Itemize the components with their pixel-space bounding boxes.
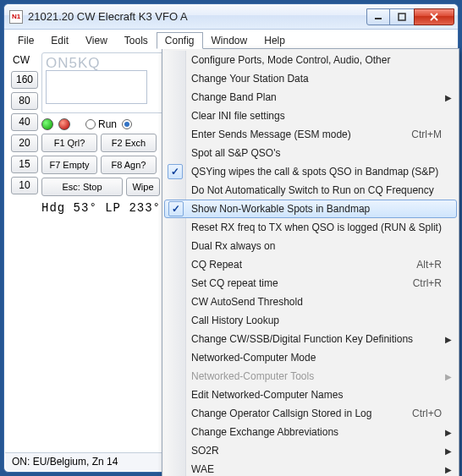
- config-menu-dropdown[interactable]: Configure Ports, Mode Control, Audio, Ot…: [162, 48, 459, 476]
- config-menu-item[interactable]: ✓QSYing wipes the call & spots QSO in Ba…: [164, 162, 457, 181]
- config-menu-item[interactable]: SO2R▶: [164, 441, 457, 460]
- callsign-input[interactable]: [46, 70, 147, 104]
- menu-item-label: Reset RX freq to TX when QSO is logged (…: [191, 222, 442, 233]
- window-controls: [367, 8, 454, 25]
- submenu-arrow-icon: ▶: [445, 335, 452, 344]
- menu-edit[interactable]: Edit: [42, 32, 77, 49]
- close-icon: [429, 13, 439, 21]
- menu-item-label: Change Your Station Data: [191, 73, 442, 85]
- fkey-f8[interactable]: F8 Agn?: [101, 156, 157, 174]
- menu-item-label: Call History Lookup: [191, 315, 442, 326]
- main-window: N1 21021.20 CW Elecraft K3 VFO A FileEdi…: [3, 3, 459, 473]
- minimize-icon: [374, 13, 382, 21]
- titlebar[interactable]: N1 21021.20 CW Elecraft K3 VFO A: [4, 4, 458, 30]
- band-column: CW 1608040201510: [11, 52, 38, 216]
- config-menu-item[interactable]: ✓Show Non-Workable Spots in Bandmap: [164, 200, 457, 218]
- menu-window[interactable]: Window: [203, 32, 256, 49]
- menu-item-label: WAE: [191, 463, 442, 475]
- menu-item-label: Configure Ports, Mode Control, Audio, Ot…: [191, 54, 442, 66]
- esc-stop-button[interactable]: Esc: Stop: [41, 178, 123, 196]
- menu-item-shortcut: Alt+R: [416, 259, 442, 271]
- menu-item-label: Change Band Plan: [191, 91, 442, 103]
- config-menu-item[interactable]: Networked-Computer Mode: [164, 348, 457, 367]
- menu-help[interactable]: Help: [256, 32, 294, 49]
- check-icon: ✓: [168, 164, 183, 179]
- config-menu-item[interactable]: WAE▶: [164, 460, 457, 476]
- config-menu-item[interactable]: Configure Ports, Mode Control, Audio, Ot…: [164, 51, 457, 69]
- menu-item-shortcut: Ctrl+R: [413, 277, 442, 289]
- menu-item-shortcut: Ctrl+O: [412, 408, 442, 419]
- svg-rect-0: [375, 18, 382, 19]
- config-menu-item[interactable]: Change Operator Callsign Stored in LogCt…: [164, 404, 457, 423]
- run-radio-label: Run: [98, 118, 117, 130]
- maximize-button[interactable]: [389, 8, 415, 25]
- menu-item-shortcut: Ctrl+M: [411, 129, 442, 140]
- menu-item-label: Spot all S&P QSO's: [191, 147, 442, 159]
- wipe-button[interactable]: Wipe: [126, 178, 160, 196]
- band-button-20[interactable]: 20: [11, 134, 38, 152]
- menu-item-label: Networked-Computer Tools: [191, 370, 442, 382]
- led-green-icon: [41, 118, 53, 130]
- run-radio[interactable]: Run: [85, 118, 117, 130]
- fkey-f1[interactable]: F1 Qrl?: [41, 134, 97, 152]
- menu-item-label: Networked-Computer Mode: [191, 352, 442, 364]
- config-menu-item[interactable]: Call History Lookup: [164, 311, 457, 330]
- band-button-80[interactable]: 80: [11, 92, 38, 110]
- menu-config[interactable]: Config: [157, 32, 203, 49]
- submenu-arrow-icon: ▶: [445, 93, 452, 102]
- submenu-arrow-icon: ▶: [445, 465, 452, 474]
- band-button-15[interactable]: 15: [11, 156, 38, 173]
- config-menu-item[interactable]: CQ RepeatAlt+R: [164, 255, 457, 274]
- led-red-icon: [58, 118, 70, 130]
- config-menu-item[interactable]: Dual Rx always on: [164, 237, 457, 255]
- fkey-f2[interactable]: F2 Exch: [101, 134, 157, 152]
- config-menu-item[interactable]: Change Exchange Abbreviations▶: [164, 423, 457, 441]
- menu-item-label: Edit Networked-Computer Names: [191, 389, 442, 401]
- config-menu-item[interactable]: Change Band Plan▶: [164, 88, 457, 107]
- config-menu-item: Networked-Computer Tools▶: [164, 367, 457, 386]
- menu-item-label: Change Operator Callsign Stored in Log: [191, 408, 402, 419]
- config-menu-item[interactable]: Reset RX freq to TX when QSO is logged (…: [164, 218, 457, 237]
- menu-item-label: Change Exchange Abbreviations: [191, 426, 442, 438]
- check-icon: ✓: [168, 201, 184, 216]
- menu-item-label: Set CQ repeat time: [191, 277, 403, 289]
- band-button-160[interactable]: 160: [11, 71, 38, 89]
- submenu-arrow-icon: ▶: [445, 446, 452, 456]
- mode-label: CW: [11, 52, 38, 68]
- config-menu-item[interactable]: Enter Sends Message (ESM mode)Ctrl+M: [164, 125, 457, 144]
- menu-view[interactable]: View: [77, 32, 116, 49]
- menubar: FileEditViewToolsConfigWindowHelp: [4, 30, 458, 49]
- menu-item-label: Dual Rx always on: [191, 240, 442, 252]
- menu-item-label: SO2R: [191, 445, 442, 457]
- config-menu-item[interactable]: CW AutoSend Threshold: [164, 293, 457, 311]
- close-button[interactable]: [414, 8, 454, 25]
- menu-item-label: CQ Repeat: [191, 259, 406, 271]
- config-menu-item[interactable]: Set CQ repeat timeCtrl+R: [164, 274, 457, 293]
- band-button-40[interactable]: 40: [11, 113, 38, 131]
- config-menu-item[interactable]: Do Not Automatically Switch to Run on CQ…: [164, 181, 457, 200]
- menu-item-label: CW AutoSend Threshold: [191, 296, 442, 308]
- band-button-10[interactable]: 10: [11, 177, 38, 194]
- menu-file[interactable]: File: [9, 32, 42, 49]
- submenu-arrow-icon: ▶: [445, 428, 452, 437]
- sp-radio[interactable]: [122, 119, 132, 129]
- menu-item-label: Show Non-Workable Spots in Bandmap: [191, 203, 441, 215]
- menu-item-label: Do Not Automatically Switch to Run on CQ…: [191, 184, 442, 196]
- config-menu-item[interactable]: Spot all S&P QSO's: [164, 144, 457, 162]
- menu-tools[interactable]: Tools: [116, 32, 157, 49]
- config-menu-item[interactable]: Edit Networked-Computer Names: [164, 386, 457, 404]
- maximize-icon: [398, 13, 406, 21]
- config-menu-item[interactable]: Change Your Station Data: [164, 69, 457, 88]
- menu-item-label: Change CW/SSB/Digital Function Key Defin…: [191, 333, 442, 345]
- window-title: 21021.20 CW Elecraft K3 VFO A: [28, 10, 367, 23]
- svg-rect-1: [399, 14, 405, 20]
- fkey-f7[interactable]: F7 Empty: [41, 156, 97, 174]
- submenu-arrow-icon: ▶: [445, 372, 452, 381]
- minimize-button[interactable]: [366, 8, 390, 25]
- config-menu-item[interactable]: Change CW/SSB/Digital Function Key Defin…: [164, 330, 457, 348]
- app-icon: N1: [9, 10, 23, 24]
- menu-item-label: Clear INI file settings: [191, 110, 442, 122]
- config-menu-item[interactable]: Clear INI file settings: [164, 107, 457, 125]
- menu-item-label: Enter Sends Message (ESM mode): [191, 129, 401, 140]
- menu-item-label: QSYing wipes the call & spots QSO in Ban…: [191, 166, 442, 178]
